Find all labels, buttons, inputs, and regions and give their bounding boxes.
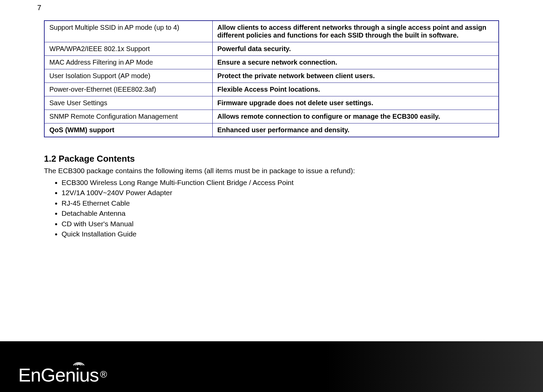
- table-row: Save User Settings Firmware upgrade does…: [44, 96, 499, 110]
- table-row: Support Multiple SSID in AP mode (up to …: [44, 21, 499, 42]
- logo-text: EnGen ius: [18, 364, 99, 386]
- benefit-cell: Powerful data security.: [212, 42, 499, 56]
- list-item: Detachable Antenna: [62, 208, 499, 218]
- table-row: QoS (WMM) support Enhanced user performa…: [44, 123, 499, 137]
- benefit-cell: Ensure a secure network connection.: [212, 56, 499, 69]
- benefit-cell: Allows remote connection to configure or…: [212, 110, 499, 123]
- logo-part-en: En: [18, 364, 41, 386]
- table-row: User Isolation Support (AP mode) Protect…: [44, 69, 499, 83]
- benefit-cell: Enhanced user performance and density.: [212, 123, 499, 137]
- logo-part-gen: Gen: [41, 364, 76, 386]
- table-row: WPA/WPA2/IEEE 802.1x Support Powerful da…: [44, 42, 499, 56]
- benefit-cell: Flexible Access Point locations.: [212, 83, 499, 96]
- footer-bar: EnGen ius ®: [0, 341, 543, 392]
- feature-cell: Save User Settings: [44, 96, 212, 110]
- list-item: RJ-45 Ethernet Cable: [62, 198, 499, 208]
- features-table: Support Multiple SSID in AP mode (up to …: [44, 20, 499, 137]
- benefit-cell: Allow clients to access different networ…: [212, 21, 499, 42]
- brand-logo: EnGen ius ®: [18, 364, 107, 386]
- main-content: Support Multiple SSID in AP mode (up to …: [0, 0, 543, 239]
- feature-cell: Support Multiple SSID in AP mode (up to …: [44, 21, 212, 42]
- feature-cell: WPA/WPA2/IEEE 802.1x Support: [44, 42, 212, 56]
- benefit-cell: Protect the private network between clie…: [212, 69, 499, 83]
- section-intro: The ECB300 package contains the followin…: [44, 167, 499, 175]
- list-item: 12V/1A 100V~240V Power Adapter: [62, 188, 499, 198]
- section-heading-package-contents: 1.2 Package Contents: [44, 154, 499, 164]
- list-item: ECB300 Wireless Long Range Multi-Functio…: [62, 178, 499, 188]
- package-list: ECB300 Wireless Long Range Multi-Functio…: [44, 178, 499, 239]
- feature-cell: User Isolation Support (AP mode): [44, 69, 212, 83]
- feature-cell: SNMP Remote Configuration Management: [44, 110, 212, 123]
- table-row: MAC Address Filtering in AP Mode Ensure …: [44, 56, 499, 69]
- feature-cell: MAC Address Filtering in AP Mode: [44, 56, 212, 69]
- feature-cell: Power-over-Ethernet (IEEE802.3af): [44, 83, 212, 96]
- list-item: Quick Installation Guide: [62, 229, 499, 239]
- page-number: 7: [37, 3, 41, 12]
- wifi-arc-icon: [72, 357, 86, 367]
- benefit-cell: Firmware upgrade does not delete user se…: [212, 96, 499, 110]
- table-row: SNMP Remote Configuration Management All…: [44, 110, 499, 123]
- logo-part-ius: ius: [75, 364, 99, 386]
- list-item: CD with User's Manual: [62, 219, 499, 229]
- registered-trademark-icon: ®: [100, 369, 107, 380]
- feature-cell: QoS (WMM) support: [44, 123, 212, 137]
- logo-ius-text: ius: [75, 364, 99, 386]
- table-row: Power-over-Ethernet (IEEE802.3af) Flexib…: [44, 83, 499, 96]
